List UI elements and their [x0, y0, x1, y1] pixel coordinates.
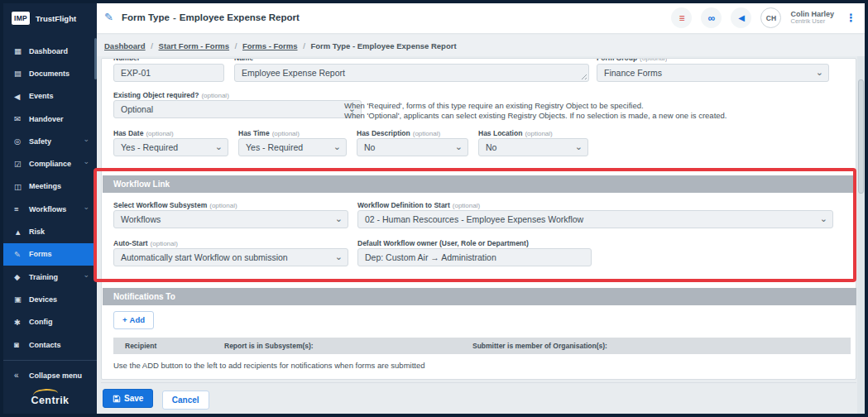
link-icon: ∞: [708, 12, 716, 24]
content-scrollbar-track[interactable]: [857, 56, 865, 414]
workflow-definition-select[interactable]: 02 - Human Rescources - Employee Expense…: [357, 210, 833, 228]
has-time-label: Has Time(optional): [238, 129, 300, 137]
paperclip-icon: ▤: [14, 69, 29, 78]
app-window: IMP TrustFlight ▦ Dashboard ▤ Documents …: [0, 0, 868, 417]
auto-start-label: Auto-Start(optional): [113, 239, 178, 247]
has-date-select[interactable]: Yes - Required ⌄: [113, 138, 228, 156]
name-textarea[interactable]: Employee Expense Report: [234, 64, 589, 82]
existing-object-help-line2: When 'Optional', applicants can select e…: [344, 111, 727, 121]
sidebar-item-label: Handover: [29, 115, 64, 123]
workflows-icon: ≡: [14, 204, 29, 213]
handover-icon: ✉: [14, 114, 29, 123]
sidebar-item-safety[interactable]: ◎ Safety ⌄: [3, 130, 97, 152]
breadcrumb-separator: /: [303, 41, 305, 50]
sidebar-item-label: Contacts: [29, 341, 61, 349]
workflow-definition-label: Workflow Definition to Start(optional): [357, 201, 480, 209]
link-button[interactable]: ∞: [701, 7, 722, 28]
add-recipient-button[interactable]: +Add: [113, 311, 154, 329]
chevron-down-icon: ⌄: [820, 211, 827, 226]
workflow-owner-input[interactable]: Dep: Custom Air → Administration: [357, 248, 592, 266]
breadcrumb-link-dashboard[interactable]: Dashboard: [104, 41, 146, 50]
sidebar-divider: [3, 360, 97, 361]
megaphone-icon: ◀: [738, 13, 745, 22]
sidebar-item-workflows[interactable]: ≡ Workflows ⌄: [3, 198, 97, 220]
sidebar-item-label: Documents: [29, 70, 70, 78]
sidebar-item-label: Forms: [29, 250, 52, 258]
breadcrumb-link-forms[interactable]: Forms - Forms: [242, 41, 298, 50]
name-label: Name: [234, 59, 253, 63]
sidebar-item-compliance[interactable]: ☑ Compliance ⌄: [3, 152, 97, 175]
sidebar-item-handover[interactable]: ✉ Handover: [3, 108, 97, 130]
cancel-button[interactable]: Cancel: [162, 391, 209, 410]
sidebar-item-label: Risk: [29, 228, 45, 236]
existing-object-help-line1: When 'Required', forms of this type requ…: [344, 101, 644, 111]
auto-start-select[interactable]: Automatically start Workflow on submissi…: [113, 248, 348, 266]
plus-icon: +: [122, 315, 127, 324]
workflow-owner-label: Default Workflow owner (User, Role or De…: [357, 239, 529, 247]
top-header: ✎ Form Type-Employee Expense Report ≡ ∞ …: [97, 3, 865, 34]
kebab-menu-icon[interactable]: ⋮: [843, 12, 859, 24]
breadcrumb-bar: Dashboard / Start Form - Forms / Forms -…: [97, 35, 865, 56]
sidebar: IMP TrustFlight ▦ Dashboard ▤ Documents …: [3, 3, 97, 414]
devices-icon: ▣: [14, 295, 29, 304]
pending-queue-button[interactable]: ≡: [671, 7, 692, 28]
sidebar-item-label: Config: [29, 318, 53, 326]
chevron-down-icon: ⌄: [335, 211, 343, 226]
chevron-down-icon: ⌄: [83, 157, 89, 165]
sidebar-item-label: Events: [29, 92, 54, 100]
form-actions: Save Cancel: [101, 382, 856, 414]
brand-name: TrustFlight: [36, 14, 76, 23]
safety-icon: ◎: [14, 137, 29, 146]
queue-lines-icon: ≡: [679, 12, 684, 24]
sidebar-item-label: Meetings: [29, 182, 61, 190]
notifications-section-header: Notifications To: [103, 288, 856, 305]
sidebar-item-label: Devices: [29, 295, 57, 304]
workflow-subsystem-label: Select Workflow Subsystem(optional): [113, 201, 237, 209]
megaphone-icon: ◀: [14, 92, 29, 101]
chevron-down-icon: ⌄: [455, 139, 463, 154]
has-location-label: Has Location(optional): [478, 129, 553, 137]
sidebar-item-config[interactable]: ✱ Config: [3, 311, 97, 333]
chevron-down-icon: ⌄: [83, 271, 89, 279]
breadcrumb-separator: /: [235, 41, 237, 50]
existing-object-label: Existing Object required?(optional): [113, 91, 229, 99]
centrik-logo: Centrik: [3, 395, 97, 406]
collapse-menu-label: Collapse menu: [29, 371, 82, 380]
chevron-down-icon: ⌄: [816, 65, 823, 79]
sidebar-item-forms[interactable]: ✎ Forms: [3, 243, 97, 266]
column-organisations: Submitter is member of Organisation(s):: [472, 338, 607, 354]
config-icon: ✱: [14, 318, 29, 327]
existing-object-select[interactable]: Optional ⌄: [113, 100, 362, 118]
user-info[interactable]: Colin Harley Centrik User: [790, 10, 834, 26]
announcements-button[interactable]: ◀: [731, 7, 751, 28]
content-scrollbar-thumb[interactable]: [858, 79, 864, 194]
sidebar-item-events[interactable]: ◀ Events: [3, 85, 97, 108]
meetings-icon: ◫: [14, 182, 29, 191]
chevron-down-icon: ⌄: [335, 249, 343, 264]
sidebar-item-contacts[interactable]: ◙ Contacts: [3, 333, 97, 356]
workflow-subsystem-select[interactable]: Workflows ⌄: [113, 210, 348, 228]
has-description-select[interactable]: No ⌄: [357, 138, 468, 156]
sidebar-item-documents[interactable]: ▤ Documents: [3, 62, 97, 84]
sidebar-item-training[interactable]: ◆ Training ⌄: [3, 266, 97, 288]
chevron-down-icon: ⌄: [575, 139, 583, 154]
number-input[interactable]: EXP-01: [113, 64, 224, 82]
has-time-select[interactable]: Yes - Required ⌄: [238, 138, 347, 156]
form-group-select[interactable]: Finance Forms ⌄: [597, 64, 829, 82]
sidebar-item-meetings[interactable]: ◫ Meetings: [3, 175, 97, 198]
dashboard-icon: ▦: [14, 46, 29, 55]
sidebar-item-risk[interactable]: ▲ Risk: [3, 220, 97, 242]
page-title: Form Type-Employee Expense Report: [122, 12, 300, 22]
training-icon: ◆: [14, 272, 29, 281]
chevron-down-icon: ⌄: [83, 203, 89, 211]
sidebar-item-devices[interactable]: ▣ Devices: [3, 288, 97, 310]
save-button[interactable]: Save: [103, 389, 153, 408]
sidebar-item-dashboard[interactable]: ▦ Dashboard: [3, 40, 97, 62]
has-location-select[interactable]: No ⌄: [478, 138, 588, 156]
brand-logo[interactable]: IMP TrustFlight: [11, 11, 76, 26]
avatar[interactable]: CH: [760, 7, 781, 28]
collapse-menu-button[interactable]: « Collapse menu: [3, 364, 97, 386]
chevron-down-icon: ⌄: [83, 135, 89, 143]
has-date-label: Has Date(optional): [113, 129, 174, 137]
breadcrumb-link-start-form[interactable]: Start Form - Forms: [159, 41, 230, 50]
